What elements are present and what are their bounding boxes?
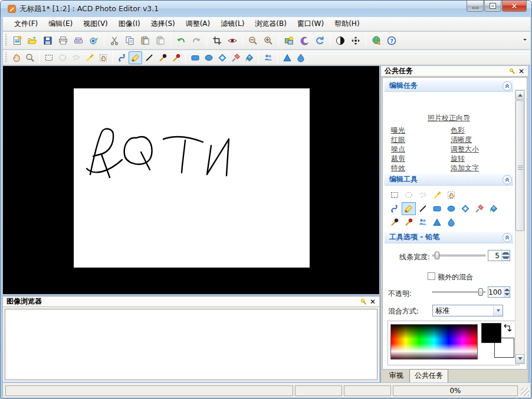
rotate-left-button[interactable]: [312, 33, 327, 48]
panel-tab-inactive[interactable]: 审视: [385, 370, 408, 382]
auto-enhance-button[interactable]: [281, 33, 297, 48]
shape-ellipse-button[interactable]: [444, 202, 458, 215]
slider-thumb[interactable]: [478, 288, 483, 296]
task-link[interactable]: 裁剪: [391, 154, 405, 163]
select-lasso-button[interactable]: [416, 189, 430, 202]
select-ellipse-button[interactable]: [402, 189, 416, 202]
task-link[interactable]: 色彩: [451, 126, 465, 135]
color-spectrum[interactable]: [390, 324, 478, 360]
scroll-up-button[interactable]: [515, 90, 524, 100]
paste-button[interactable]: [137, 33, 153, 48]
open-folder-button[interactable]: [25, 33, 40, 48]
title-bar[interactable]: 无标题1* [1:2] : ACD Photo Editor v3.1 ✕: [1, 1, 531, 17]
select-move-button[interactable]: [96, 51, 110, 64]
task-link[interactable]: 噪点: [391, 144, 405, 154]
curve-tool-button[interactable]: [115, 51, 129, 64]
shape-rect-button[interactable]: [188, 51, 202, 64]
menu-item-w[interactable]: 窗口(W): [292, 17, 329, 31]
scroll-down-button[interactable]: [515, 354, 524, 364]
fill-bucket-button[interactable]: [487, 202, 501, 215]
blend-mode-dropdown[interactable]: 标准: [432, 305, 503, 316]
close-icon[interactable]: ✕: [369, 298, 377, 306]
panel-tab-active[interactable]: 公共任务: [409, 369, 448, 382]
slider-thumb[interactable]: [435, 252, 439, 259]
help-button[interactable]: ?: [384, 33, 399, 48]
tool-options-section-header[interactable]: 工具选项 - 铅笔: [385, 232, 513, 243]
task-link[interactable]: 调整大小: [451, 144, 479, 154]
pan-hand-button[interactable]: [9, 51, 23, 64]
menu-item-i[interactable]: 图像(I): [113, 17, 146, 31]
foreground-color-swatch[interactable]: [481, 323, 501, 343]
brush-dark-button[interactable]: [387, 216, 402, 229]
spin-up-button[interactable]: [504, 287, 510, 292]
task-link[interactable]: 旋转: [451, 154, 465, 163]
toolbar-overflow-button[interactable]: [521, 35, 528, 45]
select-lasso-button[interactable]: [69, 51, 83, 64]
close-icon[interactable]: ✕: [517, 67, 526, 75]
menu-item-a[interactable]: 调整(A): [180, 17, 216, 31]
spin-down-button[interactable]: [504, 292, 510, 298]
toolbar-grip[interactable]: [4, 34, 7, 46]
red-eye-button[interactable]: [225, 33, 240, 48]
line-tool-button[interactable]: [142, 51, 156, 64]
line-width-spinner[interactable]: 5: [488, 250, 510, 261]
image-canvas[interactable]: [74, 88, 310, 268]
select-move-button[interactable]: [444, 189, 458, 202]
print-button[interactable]: [55, 33, 71, 48]
opacity-spinner[interactable]: 100: [488, 286, 510, 298]
brush-dark-button[interactable]: [156, 51, 169, 64]
spin-up-button[interactable]: [502, 250, 510, 256]
shape-rect-button[interactable]: [430, 202, 444, 215]
dropdown-arrow-icon[interactable]: [493, 305, 503, 316]
menu-item-b[interactable]: 浏览器(B): [249, 17, 292, 31]
contrast-button[interactable]: [333, 33, 348, 48]
copy-button[interactable]: [122, 33, 137, 48]
sharpen-tool-button[interactable]: [430, 216, 444, 229]
photo-correction-wizard-link[interactable]: 照片校正向导: [385, 113, 513, 123]
extra-blend-checkbox[interactable]: [428, 272, 435, 280]
magnifier-button[interactable]: [23, 51, 37, 64]
select-rect-button[interactable]: [387, 189, 402, 202]
opacity-slider[interactable]: [432, 287, 485, 297]
collapse-chevron-icon[interactable]: [503, 175, 512, 184]
blur-tool-button[interactable]: [444, 216, 458, 229]
menu-item-v[interactable]: 视图(V): [78, 17, 113, 31]
shape-diamond-button[interactable]: [458, 202, 472, 215]
scan-button[interactable]: [71, 33, 86, 48]
resize-button[interactable]: [348, 33, 363, 48]
magic-wand-button[interactable]: [83, 51, 96, 64]
menu-item-h[interactable]: 帮助(H): [329, 17, 364, 31]
task-link[interactable]: 特效: [391, 163, 405, 173]
paste-alt-button[interactable]: [153, 33, 168, 48]
sharpen-tool-button[interactable]: [280, 51, 294, 64]
eraser-button[interactable]: [229, 51, 242, 64]
shape-ellipse-button[interactable]: [202, 51, 215, 64]
line-width-slider[interactable]: [432, 250, 485, 260]
toolbar-grip[interactable]: [4, 52, 7, 63]
task-link[interactable]: 添加文字: [451, 163, 479, 173]
menu-item-l[interactable]: 滤镜(L): [215, 17, 249, 31]
select-rect-button[interactable]: [42, 51, 55, 64]
image-browser-content[interactable]: [5, 309, 377, 380]
swap-colors-icon[interactable]: [501, 324, 513, 335]
pin-icon[interactable]: [508, 67, 516, 75]
close-button[interactable]: ✕: [502, 1, 527, 12]
task-link[interactable]: 曝光: [391, 126, 405, 135]
edit-tasks-section-header[interactable]: 编辑任务: [385, 80, 513, 92]
edit-tools-section-header[interactable]: 编辑工具: [385, 174, 513, 186]
effects-button[interactable]: [297, 33, 312, 48]
resize-grip[interactable]: [521, 388, 529, 396]
collapse-chevron-icon[interactable]: [503, 81, 512, 91]
collapse-chevron-icon[interactable]: [503, 233, 512, 242]
pin-icon[interactable]: [359, 298, 367, 306]
menu-item-s[interactable]: 选择(S): [146, 17, 180, 31]
brush-red-button[interactable]: [169, 51, 183, 64]
maximize-button[interactable]: [484, 1, 501, 12]
curve-tool-button[interactable]: [387, 202, 402, 215]
menu-item-e[interactable]: 编辑(E): [43, 17, 78, 31]
spin-down-button[interactable]: [502, 256, 510, 261]
pencil-button[interactable]: [402, 202, 416, 215]
pencil-button[interactable]: [129, 51, 142, 64]
panel-scrollbar[interactable]: [515, 90, 525, 364]
shape-diamond-button[interactable]: [215, 51, 229, 64]
